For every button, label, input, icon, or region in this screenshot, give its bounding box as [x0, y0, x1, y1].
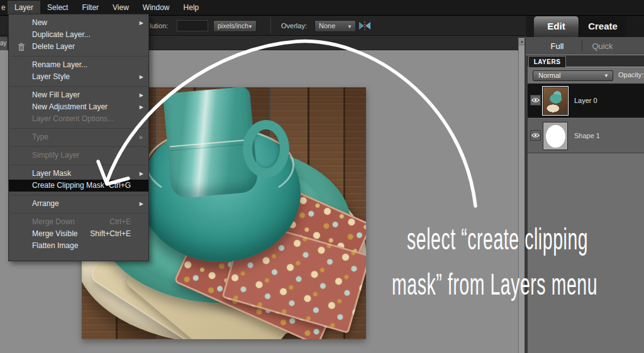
menu-shortcut: Ctrl+G: [109, 180, 131, 192]
submenu-arrow-icon: ▶: [140, 101, 143, 113]
menu-item-arrange[interactable]: Arrange▶: [9, 198, 148, 210]
visibility-toggle[interactable]: [530, 95, 541, 106]
chevron-down-icon: ▼: [604, 71, 609, 80]
menu-item-filter[interactable]: Filter: [75, 1, 106, 14]
layer-menu-dropdown: New▶ Duplicate Layer... Delete Layer Ren…: [8, 14, 149, 261]
shape1-thumb-image: [543, 122, 567, 149]
layer-name[interactable]: Shape 1: [574, 132, 600, 139]
annotation-line2: mask” from Layers menu: [392, 266, 597, 301]
submenu-arrow-icon: ▶: [140, 71, 143, 83]
menu-shortcut: Ctrl+E: [109, 216, 131, 228]
menu-item-new-adjustment-layer[interactable]: New Adjustment Layer▶: [9, 101, 148, 113]
create-tab[interactable]: Create: [579, 16, 626, 37]
menu-item-duplicate-layer[interactable]: Duplicate Layer...: [9, 29, 148, 41]
menu-separator: [9, 53, 148, 59]
submenu-arrow-icon: ▶: [140, 198, 143, 210]
layer0-thumb-image: [543, 87, 567, 114]
chevron-down-icon: ▼: [248, 21, 253, 32]
vertical-scrollbar[interactable]: ▲: [518, 38, 525, 353]
resolution-unit-dropdown[interactable]: pixels/inch ▼: [213, 20, 257, 32]
menu-separator: [9, 161, 148, 168]
layer-thumbnail[interactable]: [543, 122, 568, 150]
overlay-label: Overlay:: [281, 22, 307, 30]
eye-icon: [531, 97, 540, 103]
submenu-arrow-icon: ▶: [140, 17, 143, 29]
full-mode-tab[interactable]: Full: [538, 37, 576, 55]
layers-panel-tab[interactable]: LAYERS: [528, 56, 566, 67]
menu-item-delete-layer[interactable]: Delete Layer: [9, 41, 148, 53]
layer-name[interactable]: Layer 0: [574, 97, 597, 104]
menu-separator: [9, 125, 148, 131]
menu-separator: [9, 210, 148, 216]
menu-item-help[interactable]: Help: [177, 1, 206, 14]
edit-tab[interactable]: Edit: [534, 16, 579, 37]
menu-item-merge-down: Merge Down Ctrl+E: [9, 216, 148, 228]
menu-item-window[interactable]: Window: [136, 1, 177, 14]
resolution-input[interactable]: [177, 20, 208, 31]
submenu-arrow-icon: ▶: [140, 89, 143, 101]
menu-item-select[interactable]: Select: [40, 1, 75, 14]
menu-item-new-fill-layer[interactable]: New Fill Layer▶: [9, 89, 148, 101]
opacity-label: Opacity:: [618, 71, 643, 79]
menu-item-layer-style[interactable]: Layer Style▶: [9, 71, 148, 83]
annotation-line1: select “create clipping: [407, 221, 588, 256]
layers-panel-header: LAYERS: [528, 55, 644, 67]
trash-icon: [17, 43, 26, 52]
menu-separator: [9, 143, 148, 149]
blend-mode-row: Normal ▼ Opacity:: [528, 67, 644, 84]
layer-row-layer0[interactable]: Layer 0: [528, 84, 644, 118]
menu-shortcut: Shift+Ctrl+E: [90, 228, 131, 240]
menu-separator: [9, 192, 148, 198]
menu-item-view[interactable]: View: [106, 1, 136, 14]
eye-icon: [531, 133, 540, 138]
menu-item-simplify-layer: Simplify Layer: [9, 149, 148, 161]
submenu-arrow-icon: ▶: [140, 131, 143, 143]
flip-icon[interactable]: [358, 21, 371, 31]
layer-row-shape1[interactable]: Shape 1: [528, 119, 644, 153]
menu-item-new[interactable]: New▶: [9, 17, 148, 29]
layers-panel: LAYERS Normal ▼ Opacity: Layer 0 Shape 1: [528, 55, 644, 353]
menu-item-flatten-image[interactable]: Flatten Image: [9, 240, 148, 252]
overlay-dropdown[interactable]: None ▼: [314, 20, 356, 32]
quick-mode-tab[interactable]: Quick: [584, 37, 621, 55]
submenu-arrow-icon: ▶: [140, 168, 143, 180]
visibility-toggle[interactable]: [530, 130, 541, 141]
edit-mode-bar: Full Quick: [526, 37, 644, 55]
menu-item-layer-content-options: Layer Content Options...: [9, 113, 148, 125]
menu-item-create-clipping-mask[interactable]: Create Clipping Mask Ctrl+G: [9, 180, 148, 192]
mode-separator: [582, 40, 582, 52]
photo-mug-handle: [243, 120, 289, 178]
menu-item-type: Type▶: [9, 131, 148, 143]
menu-item-partial[interactable]: e: [1, 3, 8, 12]
menu-separator: [9, 83, 148, 89]
chevron-down-icon: ▼: [347, 21, 352, 32]
layer-thumbnail[interactable]: [543, 87, 568, 115]
menu-item-layer[interactable]: Layer: [8, 1, 40, 14]
document-tab[interactable]: ay: [0, 37, 8, 50]
blend-mode-dropdown[interactable]: Normal ▼: [533, 70, 613, 81]
menu-item-rename-layer[interactable]: Rename Layer...: [9, 59, 148, 71]
toolbar-separator: [270, 18, 271, 34]
resolution-label: lution:: [150, 22, 168, 30]
menu-item-merge-visible[interactable]: Merge Visible Shift+Ctrl+E: [9, 228, 148, 240]
menu-item-layer-mask[interactable]: Layer Mask▶: [9, 168, 148, 180]
